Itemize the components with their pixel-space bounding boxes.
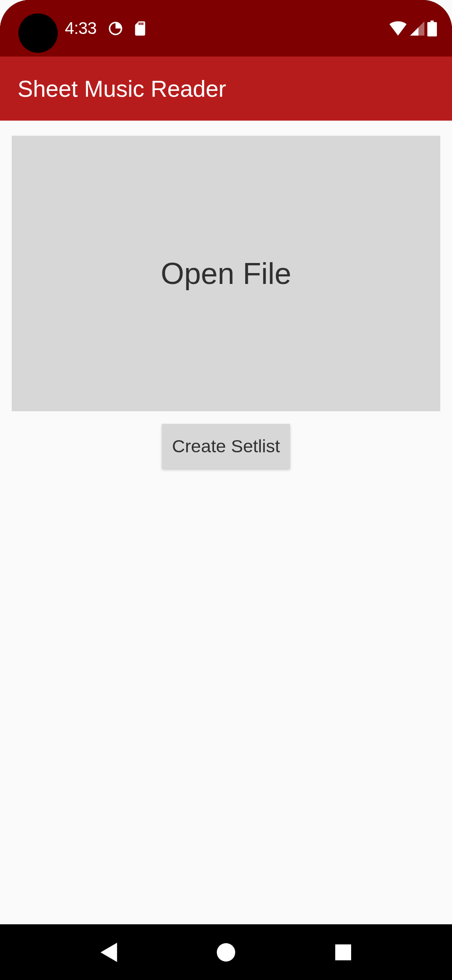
recent-apps-button[interactable]: [329, 938, 358, 967]
status-time: 4:33: [65, 19, 97, 38]
content-area: Open File Create Setlist: [0, 121, 452, 924]
app-bar: Sheet Music Reader: [0, 57, 452, 121]
sd-card-icon: [134, 21, 146, 36]
wifi-icon: [389, 21, 407, 36]
svg-point-1: [217, 943, 235, 962]
open-file-button[interactable]: Open File: [12, 136, 440, 411]
battery-icon: [427, 21, 437, 36]
create-setlist-button[interactable]: Create Setlist: [162, 424, 290, 469]
create-setlist-label: Create Setlist: [172, 436, 280, 456]
status-right: [389, 21, 437, 36]
status-bar: 4:33: [0, 0, 452, 57]
data-saver-icon: [108, 21, 123, 36]
cellular-signal-icon: [410, 21, 425, 36]
status-left: 4:33: [65, 19, 146, 38]
app-title: Sheet Music Reader: [18, 75, 226, 102]
open-file-label: Open File: [161, 256, 291, 291]
camera-cutout: [18, 13, 58, 53]
home-button[interactable]: [211, 938, 241, 967]
navigation-bar: [0, 924, 452, 980]
svg-rect-2: [335, 944, 351, 960]
device-frame: 4:33: [0, 0, 452, 980]
back-button[interactable]: [94, 938, 123, 967]
